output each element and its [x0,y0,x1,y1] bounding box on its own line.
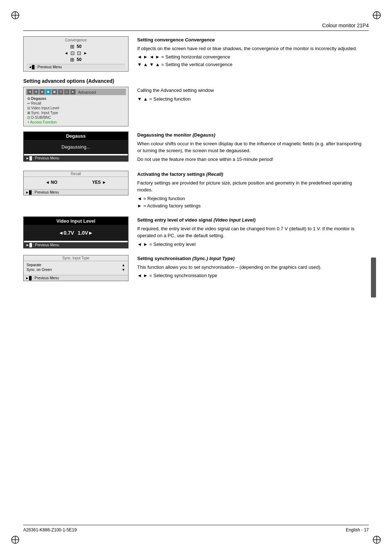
vil-heading: Setting entry level of video signal (Vid… [137,216,363,224]
conv-icon-mid2: ⊡ [77,50,81,56]
vil-prev-menu: ►█ : Previous Menu [24,242,128,248]
conv-icon-v: ⊞ [70,57,74,62]
convergence-row1: ⊞ 50 [26,44,125,49]
arrow-icon-recall2: ► [137,202,142,210]
page-header: Colour monitor 21P4 [23,23,369,31]
arrow-icon-vil: ◄ ► [137,241,148,248]
convergence-heading: Setting convergence Convergence [137,36,363,44]
recall-desc: Factory settings are provided for pictur… [137,179,363,194]
convergence-row3: ⊞ 50 [26,57,125,62]
arrow-icon-sync: ◄ ► [137,272,148,280]
reg-mark-bl [11,535,20,544]
footer-right: English - 17 [346,527,369,532]
vil-header: Video Input Level [24,217,128,225]
recall-prev-text: ►█ : Previous Menu [25,190,59,194]
sync-item2-label: Sync. on Green [26,268,52,272]
sync-prev-text: ►█ : Previous Menu [25,276,59,280]
convergence-right: Setting convergence Convergence If objec… [137,36,363,69]
degauss-body: Degaussing... [24,140,128,154]
sync-heading: Setting synchronisation (Sync.) Input Ty… [137,255,363,262]
recall-body: ◄ NO YES ► [24,177,128,188]
vil-right: Setting entry level of video signal (Vid… [137,216,363,248]
recall-yes: YES ► [92,180,106,185]
conv-val1: 50 [77,44,81,49]
recall-prev-menu: ►█ : Previous Menu [24,189,128,195]
conv-icon-mid: ⊡ [70,50,75,56]
footer-left: A26361-K886-Z100-1-5E19 [23,527,77,532]
vil-box: Video Input Level ◄0.7V 1.0V► ►█ : Previ… [23,216,128,248]
advanced-heading-row: Setting advanced options (Advanced) [23,78,363,84]
vil-prev-text: ►█ : Previous Menu [26,243,59,247]
prev-menu-text: ◄█ : Previous Menu [28,65,62,69]
vil-desc: If required, the entry level of the vide… [137,225,363,239]
page-footer: A26361-K886-Z100-1-5E19 English - 17 [23,525,369,532]
sync-item1-label: Separate [26,263,41,267]
recall-section: Recall ◄ NO YES ► ►█ : Previous Menu Act… [23,171,363,210]
adv-menu-vil: ⊟ Video Input Level [26,106,126,110]
convergence-box-title: Convergence [26,38,125,42]
advanced-section: ◄ ⊞ ◈ ▣ ▦ ⊡ ◱ ► Advanced ⊙ Degauss ↩ Rec… [23,87,363,126]
recall-box: Recall ◄ NO YES ► ►█ : Previous Menu [23,171,128,195]
recall-header: Recall [24,171,128,177]
adv-menu-dsub: ⊡ D-SUB/BNC [26,115,126,120]
sidebar-bar [371,258,376,297]
adv-icon-4-selected: ▣ [46,89,51,94]
degauss-heading: Degaussing the monitor (Degauss) [137,131,363,139]
adv-label: Advanced [78,90,96,94]
degauss-text: Degaussing... [61,144,90,150]
adv-icon-1: ◄ [27,89,32,94]
advanced-menu-box: ◄ ⊞ ◈ ▣ ▦ ⊡ ◱ ► Advanced ⊙ Degauss ↩ Rec… [23,87,128,126]
recall-bullet2: ► = Activating factory settings [137,202,363,210]
sync-item2: Sync. on Green ▼ [26,267,125,272]
convergence-box: Convergence ⊞ 50 ◄ ⊡ ⊡ ► ⊞ 50 ◄█ : Previ… [23,36,128,72]
reg-mark-tl [11,11,20,20]
adv-icon-8: ► [70,89,75,94]
adv-menu-degauss: ⊙ Degauss [26,96,126,101]
convergence-row2: ◄ ⊡ ⊡ ► [26,50,125,56]
arrow-icon-v: ▼ ▲ [137,61,148,69]
sync-header: Sync. Input Type [24,255,128,261]
adv-icon-2: ⊞ [33,89,38,94]
vil-left: Video Input Level ◄0.7V 1.0V► ►█ : Previ… [23,216,128,248]
convergence-desc: If objects on the screen have red or blu… [137,45,363,52]
main-content: Convergence ⊞ 50 ◄ ⊡ ⊡ ► ⊞ 50 ◄█ : Previ… [23,36,363,288]
advanced-bullet: ▼ ▲ = Selecting function [137,96,363,103]
sync-box: Sync. Input Type Separate ▲ Sync. on Gre… [23,255,128,281]
sync-item1: Separate ▲ [26,263,125,267]
sync-item1-arrow: ▲ [122,263,125,267]
degauss-prev-text: ►█ : Previous Menu [26,156,59,160]
degauss-box: Degauss Degaussing... ►█ : Previous Menu [23,131,128,162]
reg-mark-tr [372,11,381,20]
recall-heading: Activating the factory settings (Recall) [137,171,363,178]
reg-mark-br [372,535,381,544]
convergence-section: Convergence ⊞ 50 ◄ ⊡ ⊡ ► ⊞ 50 ◄█ : Previ… [23,36,363,72]
arrow-right2: ► [83,51,87,55]
advanced-right: Calling the Advanced setting window ▼ ▲ … [137,87,363,103]
degauss-right: Degaussing the monitor (Degauss) When co… [137,131,363,164]
vil-bullet: ◄ ► = Selecting entry level [137,241,363,248]
conv-icon-h: ⊞ [70,44,74,49]
sync-right: Setting synchronisation (Sync.) Input Ty… [137,255,363,280]
convergence-left: Convergence ⊞ 50 ◄ ⊡ ⊡ ► ⊞ 50 ◄█ : Previ… [23,36,128,72]
arrow-left2: ◄ [64,51,68,55]
convergence-bullet1: ◄ ► ◄ ► = Setting horizontal convergence [137,53,363,61]
adv-menu-sync: ⊠ Sync. Input Type [26,110,126,115]
arrow-icon-h: ◄ ► [137,53,148,61]
advanced-calling-text: Calling the Advanced setting window [137,87,363,94]
degauss-prev-menu: ►█ : Previous Menu [24,155,128,161]
convergence-bullet2: ▼ ▲ ▼ ▲ = Setting the vertical convergen… [137,61,363,69]
arrow-icon-adv: ▼ ▲ [137,96,148,103]
sync-item2-arrow: ▼ [122,268,125,272]
recall-right: Activating the factory settings (Recall)… [137,171,363,210]
sync-prev-menu: ►█ : Previous Menu [24,275,128,281]
arrow-icon-recall1: ◄ [137,195,142,203]
sync-body: Separate ▲ Sync. on Green ▼ [24,261,128,274]
sync-bullet: ◄ ► = Selecting synchronisation type [137,272,363,280]
degauss-desc2: Do not use the feature more than once wi… [137,156,363,163]
adv-icon-3: ◈ [40,89,45,94]
degauss-left: Degauss Degaussing... ►█ : Previous Menu [23,131,128,162]
adv-icon-7: ◱ [64,89,69,94]
advanced-top-bar: ◄ ⊞ ◈ ▣ ▦ ⊡ ◱ ► Advanced [26,89,126,95]
advanced-left: ◄ ⊞ ◈ ▣ ▦ ⊡ ◱ ► Advanced ⊙ Degauss ↩ Rec… [23,87,128,126]
conv-val2: 50 [77,57,81,62]
